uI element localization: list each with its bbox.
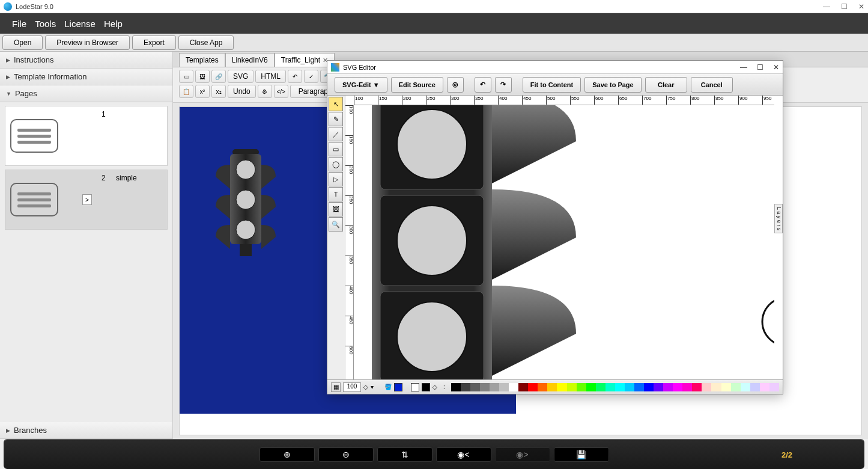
- svg-edit-menu[interactable]: SVG-Edit ▼: [335, 77, 387, 93]
- close-app-button[interactable]: Close App: [178, 35, 234, 50]
- page-thumb-1[interactable]: 1: [5, 106, 168, 166]
- zoom-tool[interactable]: 🔍: [329, 217, 343, 231]
- export-button[interactable]: Export: [132, 35, 176, 50]
- dialog-minimize-button[interactable]: —: [740, 63, 747, 72]
- tab-traffic-light[interactable]: Traffic_Light✕: [275, 53, 335, 67]
- menu-tools[interactable]: Tools: [35, 19, 56, 29]
- palette-swatch[interactable]: [605, 383, 615, 391]
- palette-swatch[interactable]: [577, 383, 586, 391]
- tab-templates[interactable]: Templates: [179, 53, 225, 67]
- palette-swatch[interactable]: [490, 383, 499, 391]
- palette-swatch[interactable]: [711, 383, 721, 391]
- svg-canvas[interactable]: [354, 105, 774, 379]
- palette-swatch[interactable]: [731, 383, 741, 391]
- palette-swatch[interactable]: [567, 383, 577, 391]
- link-tool-icon[interactable]: 🔗: [211, 70, 226, 83]
- go-button[interactable]: >: [82, 194, 92, 205]
- cancel-button[interactable]: Cancel: [691, 77, 733, 93]
- eyedropper-icon[interactable]: ▦: [331, 382, 341, 392]
- palette-swatch[interactable]: [634, 383, 644, 391]
- undo-icon[interactable]: ↶: [475, 77, 491, 93]
- page-thumb-2[interactable]: > 2 simple: [5, 170, 168, 230]
- preview-button[interactable]: Preview in Browser: [45, 35, 130, 50]
- html-button[interactable]: HTML: [255, 70, 286, 83]
- palette-swatch[interactable]: [673, 383, 682, 391]
- palette-swatch[interactable]: [596, 383, 605, 391]
- ellipse-tool[interactable]: ◯: [329, 157, 343, 171]
- redo-icon[interactable]: ↷: [495, 77, 512, 93]
- image-tool-icon[interactable]: 🖼: [195, 70, 210, 83]
- maximize-button[interactable]: ☐: [841, 2, 848, 11]
- sort-button[interactable]: ⇅: [377, 447, 432, 462]
- zoom-dropdown-icon[interactable]: ▾: [371, 384, 374, 390]
- stroke-color-swatch[interactable]: [422, 383, 430, 391]
- remove-page-button[interactable]: ⊖: [318, 447, 374, 462]
- open-button[interactable]: Open: [2, 35, 43, 50]
- palette-swatch[interactable]: [625, 383, 634, 391]
- palette-swatch[interactable]: [451, 383, 461, 391]
- palette-swatch[interactable]: [682, 383, 692, 391]
- palette-swatch[interactable]: [750, 383, 760, 391]
- tab-linkedin[interactable]: LinkedInV6: [225, 53, 275, 67]
- menu-file[interactable]: File: [12, 19, 26, 29]
- menu-help[interactable]: Help: [104, 19, 123, 29]
- palette-swatch[interactable]: [615, 383, 625, 391]
- menu-license[interactable]: License: [64, 19, 96, 29]
- clear-button[interactable]: Clear: [645, 77, 687, 93]
- select-tool[interactable]: ↖: [329, 97, 343, 111]
- stroke-outer-swatch[interactable]: [411, 383, 419, 391]
- palette-swatch[interactable]: [480, 383, 490, 391]
- stroke-width-stepper[interactable]: ◇: [432, 384, 437, 390]
- close-window-button[interactable]: ✕: [858, 2, 864, 11]
- palette-swatch[interactable]: [538, 383, 547, 391]
- save-button[interactable]: 💾: [554, 447, 609, 462]
- code-icon[interactable]: </>: [274, 85, 288, 98]
- palette-swatch[interactable]: [557, 383, 566, 391]
- path-tool[interactable]: ▷: [329, 172, 343, 186]
- undo-arrow-icon[interactable]: ↶: [288, 70, 302, 83]
- fill-color-swatch[interactable]: [394, 383, 402, 391]
- palette-swatch[interactable]: [499, 383, 509, 391]
- gear-icon[interactable]: ⚙: [258, 85, 272, 98]
- fit-content-button[interactable]: Fit to Content: [523, 77, 581, 93]
- palette-swatch[interactable]: [470, 383, 480, 391]
- palette-swatch[interactable]: [518, 383, 528, 391]
- palette-swatch[interactable]: [547, 383, 557, 391]
- prev-page-button[interactable]: ◉<: [436, 447, 491, 462]
- save-page-button[interactable]: Save to Page: [584, 77, 641, 93]
- text-tool[interactable]: T: [329, 187, 343, 201]
- add-page-button[interactable]: ⊕: [259, 447, 315, 462]
- accordion-branches[interactable]: ▶Branches: [0, 422, 172, 439]
- palette-swatch[interactable]: [769, 383, 779, 391]
- palette-swatch[interactable]: [644, 383, 654, 391]
- subscript-icon[interactable]: x₂: [211, 85, 226, 98]
- image-tool[interactable]: 🖼: [329, 202, 343, 216]
- accordion-template-info[interactable]: ▶Template Information: [0, 69, 172, 85]
- zoom-value[interactable]: 100: [343, 382, 361, 392]
- fill-icon[interactable]: 🪣: [384, 384, 392, 390]
- svg-button[interactable]: SVG: [228, 70, 253, 83]
- zoom-stepper-icon[interactable]: ◇: [363, 384, 368, 390]
- rect-tool[interactable]: ▭: [329, 142, 343, 156]
- next-page-button[interactable]: ◉>: [495, 447, 550, 462]
- accordion-pages[interactable]: ▼Pages: [0, 85, 172, 102]
- palette-swatch[interactable]: [702, 383, 711, 391]
- palette-swatch[interactable]: [461, 383, 470, 391]
- palette-swatch[interactable]: [528, 383, 538, 391]
- dialog-titlebar[interactable]: SVG Editor — ☐ ✕: [327, 61, 783, 74]
- edit-source-button[interactable]: Edit Source: [391, 77, 443, 93]
- layers-panel-tab[interactable]: L a y e r s: [774, 204, 783, 233]
- palette-swatch[interactable]: [721, 383, 731, 391]
- palette-swatch[interactable]: [692, 383, 702, 391]
- palette-swatch[interactable]: [509, 383, 518, 391]
- pencil-tool[interactable]: ✎: [329, 112, 343, 126]
- dialog-close-button[interactable]: ✕: [773, 63, 779, 72]
- palette-swatch[interactable]: [663, 383, 673, 391]
- line-tool[interactable]: ／: [329, 127, 343, 141]
- superscript-icon[interactable]: x²: [195, 85, 210, 98]
- accordion-instructions[interactable]: ▶Instructions: [0, 52, 172, 69]
- dialog-maximize-button[interactable]: ☐: [757, 63, 763, 72]
- check-icon[interactable]: ✓: [304, 70, 318, 83]
- palette-swatch[interactable]: [741, 383, 750, 391]
- palette-swatch[interactable]: [760, 383, 769, 391]
